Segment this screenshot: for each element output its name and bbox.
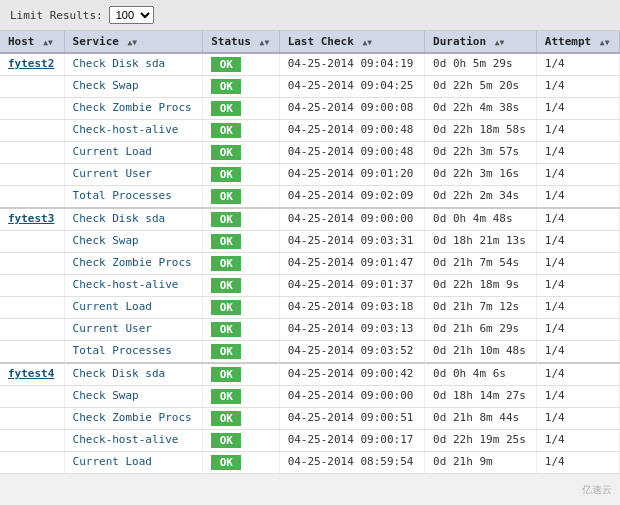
last-check-cell: 04-25-2014 09:04:19 — [279, 53, 424, 76]
status-cell: OK — [203, 319, 279, 341]
service-cell[interactable]: Check Zombie Procs — [64, 408, 203, 430]
host-cell[interactable] — [0, 297, 64, 319]
col-status[interactable]: Status ▲▼ — [203, 31, 279, 53]
host-cell[interactable] — [0, 430, 64, 452]
status-badge: OK — [211, 389, 241, 404]
host-cell[interactable] — [0, 275, 64, 297]
host-cell[interactable] — [0, 341, 64, 364]
last-check-cell: 04-25-2014 09:01:37 — [279, 275, 424, 297]
status-cell: OK — [203, 231, 279, 253]
table-row: Check-host-aliveOK04-25-2014 09:00:480d … — [0, 120, 620, 142]
service-cell[interactable]: Check Zombie Procs — [64, 98, 203, 120]
duration-cell: 0d 22h 3m 57s — [425, 142, 537, 164]
host-cell[interactable]: fytest3 — [0, 208, 64, 231]
service-cell[interactable]: Total Processes — [64, 186, 203, 209]
attempt-cell: 1/4 — [536, 142, 619, 164]
col-host[interactable]: Host ▲▼ — [0, 31, 64, 53]
table-row: Current UserOK04-25-2014 09:03:130d 21h … — [0, 319, 620, 341]
host-cell[interactable] — [0, 386, 64, 408]
attempt-cell: 1/4 — [536, 341, 619, 364]
duration-cell: 0d 21h 9m — [425, 452, 537, 474]
host-cell[interactable] — [0, 231, 64, 253]
last-check-cell: 04-25-2014 09:03:13 — [279, 319, 424, 341]
last-check-cell: 04-25-2014 09:04:25 — [279, 76, 424, 98]
service-cell[interactable]: Current Load — [64, 452, 203, 474]
duration-cell: 0d 22h 2m 34s — [425, 186, 537, 209]
service-cell[interactable]: Current User — [64, 164, 203, 186]
host-cell[interactable] — [0, 452, 64, 474]
service-cell[interactable]: Total Processes — [64, 341, 203, 364]
last-check-cell: 04-25-2014 09:01:20 — [279, 164, 424, 186]
host-cell[interactable]: fytest4 — [0, 363, 64, 386]
host-cell[interactable] — [0, 253, 64, 275]
duration-cell: 0d 22h 19m 25s — [425, 430, 537, 452]
status-badge: OK — [211, 455, 241, 470]
status-badge: OK — [211, 278, 241, 293]
table-row: Check-host-aliveOK04-25-2014 09:00:170d … — [0, 430, 620, 452]
host-cell[interactable] — [0, 186, 64, 209]
last-check-cell: 04-25-2014 09:03:18 — [279, 297, 424, 319]
host-cell[interactable] — [0, 319, 64, 341]
status-badge: OK — [211, 234, 241, 249]
last-check-cell: 04-25-2014 09:00:48 — [279, 120, 424, 142]
host-cell[interactable] — [0, 142, 64, 164]
service-cell[interactable]: Check Disk sda — [64, 53, 203, 76]
service-cell[interactable]: Current Load — [64, 297, 203, 319]
status-badge: OK — [211, 101, 241, 116]
service-cell[interactable]: Check Disk sda — [64, 363, 203, 386]
table-row: Current UserOK04-25-2014 09:01:200d 22h … — [0, 164, 620, 186]
service-cell[interactable]: Check Zombie Procs — [64, 253, 203, 275]
host-cell[interactable] — [0, 120, 64, 142]
service-cell[interactable]: Current User — [64, 319, 203, 341]
last-check-cell: 04-25-2014 09:00:51 — [279, 408, 424, 430]
table-container: Host ▲▼ Service ▲▼ Status ▲▼ Last Check … — [0, 31, 620, 474]
status-badge: OK — [211, 256, 241, 271]
status-cell: OK — [203, 98, 279, 120]
duration-cell: 0d 22h 4m 38s — [425, 98, 537, 120]
limit-select[interactable]: 100 50 200 — [109, 6, 154, 24]
service-cell[interactable]: Check Disk sda — [64, 208, 203, 231]
last-check-cell: 04-25-2014 09:00:42 — [279, 363, 424, 386]
status-cell: OK — [203, 341, 279, 364]
duration-cell: 0d 21h 7m 54s — [425, 253, 537, 275]
duration-cell: 0d 0h 4m 48s — [425, 208, 537, 231]
attempt-cell: 1/4 — [536, 53, 619, 76]
col-attempt[interactable]: Attempt ▲▼ — [536, 31, 619, 53]
attempt-cell: 1/4 — [536, 452, 619, 474]
status-badge: OK — [211, 145, 241, 160]
status-cell: OK — [203, 208, 279, 231]
service-cell[interactable]: Check Swap — [64, 386, 203, 408]
status-badge: OK — [211, 322, 241, 337]
status-badge: OK — [211, 123, 241, 138]
table-row: Total ProcessesOK04-25-2014 09:03:520d 2… — [0, 341, 620, 364]
service-cell[interactable]: Check Swap — [64, 231, 203, 253]
service-cell[interactable]: Check Swap — [64, 76, 203, 98]
col-duration[interactable]: Duration ▲▼ — [425, 31, 537, 53]
status-cell: OK — [203, 186, 279, 209]
status-cell: OK — [203, 142, 279, 164]
col-last-check[interactable]: Last Check ▲▼ — [279, 31, 424, 53]
limit-label: Limit Results: — [10, 9, 103, 22]
host-cell[interactable] — [0, 98, 64, 120]
col-service[interactable]: Service ▲▼ — [64, 31, 203, 53]
sort-service-icon: ▲▼ — [128, 38, 138, 47]
service-cell[interactable]: Check-host-alive — [64, 275, 203, 297]
status-badge: OK — [211, 79, 241, 94]
service-cell[interactable]: Current Load — [64, 142, 203, 164]
sort-attempt-icon: ▲▼ — [600, 38, 610, 47]
service-cell[interactable]: Check-host-alive — [64, 430, 203, 452]
host-cell[interactable]: fytest2 — [0, 53, 64, 76]
attempt-cell: 1/4 — [536, 275, 619, 297]
attempt-cell: 1/4 — [536, 319, 619, 341]
status-cell: OK — [203, 164, 279, 186]
service-cell[interactable]: Check-host-alive — [64, 120, 203, 142]
last-check-cell: 04-25-2014 09:00:00 — [279, 208, 424, 231]
attempt-cell: 1/4 — [536, 186, 619, 209]
last-check-cell: 04-25-2014 09:00:00 — [279, 386, 424, 408]
host-cell[interactable] — [0, 408, 64, 430]
host-cell[interactable] — [0, 164, 64, 186]
host-cell[interactable] — [0, 76, 64, 98]
attempt-cell: 1/4 — [536, 76, 619, 98]
table-row: Check Zombie ProcsOK04-25-2014 09:01:470… — [0, 253, 620, 275]
table-row: fytest4Check Disk sdaOK04-25-2014 09:00:… — [0, 363, 620, 386]
